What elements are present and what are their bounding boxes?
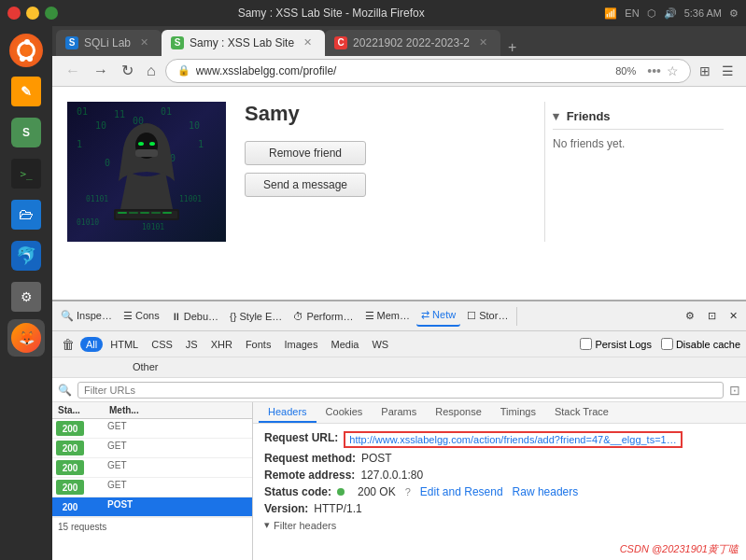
filter-tab-html[interactable]: HTML [105,337,144,352]
devtools-btn-debugger[interactable]: ⏸ Debu… [166,307,223,326]
svg-point-3 [149,142,155,146]
profile-page: 01 10 11 00 01 10 1 0 1 0 [52,87,746,300]
devtools-btn-storage[interactable]: ☐ Stor… [462,306,513,326]
filter-tab-ws[interactable]: WS [366,337,394,352]
tab-csdn[interactable]: C 20221902 2022-2023-2 ✕ [325,30,500,56]
status-code-value: 200 OK ? Edit and Resend Raw headers [337,485,578,498]
raw-headers-button[interactable]: Raw headers [513,485,579,498]
watermark-area: CSDN @20231901黄丁嗑 [253,539,746,560]
clock: 5:36 AM [684,7,722,19]
profile-name: Samy [245,102,526,126]
table-row-selected[interactable]: 200 POST [52,497,252,517]
filter-tab-other[interactable]: Other [127,359,164,374]
detail-tab-params[interactable]: Params [372,402,426,423]
detail-tab-stack-trace[interactable]: Stack Trace [545,402,618,423]
filter-options-icon[interactable]: ⊡ [729,383,740,398]
detail-tab-timings[interactable]: Timings [491,402,545,423]
keyboard-icon: EN [625,7,639,19]
back-button[interactable]: ← [60,59,86,83]
sidebar-toggle[interactable]: ☰ [717,60,739,82]
svg-rect-8 [129,212,138,214]
detail-tabs: Headers Cookies Params Response Timings … [253,402,746,424]
filter-tab-css[interactable]: CSS [146,337,178,352]
sidebar-icon-ubuntu[interactable] [7,32,45,69]
send-message-button[interactable]: Send a message [245,173,366,197]
devtools-dock-btn[interactable]: ⊡ [703,306,721,326]
detail-tab-response[interactable]: Response [426,402,491,423]
reload-button[interactable]: ↻ [116,58,139,83]
table-row[interactable]: 200 GET [52,419,252,439]
sidebar-icon-firefox[interactable]: 🦊 [7,319,45,357]
devtools-panel: 🔍 Inspe… ☰ Cons ⏸ Debu… {} Style E… ⏱ Pe… [52,300,746,560]
filter-tab-fonts[interactable]: Fonts [240,337,277,352]
forward-button[interactable]: → [88,59,114,83]
help-icon[interactable]: ? [405,486,411,497]
tab-sqli-close[interactable]: ✕ [136,35,152,50]
more-icon: ••• [647,63,661,78]
bookmark-icon[interactable]: ☆ [667,63,679,78]
filter-tab-images[interactable]: Images [278,337,323,352]
power-icon: ⚙ [729,7,739,20]
persist-logs-label[interactable]: Persist Logs [580,338,652,350]
tab-sqli-favicon: S [65,36,78,49]
sidebar-icon-settings[interactable]: ⚙ [7,278,45,315]
requests-list: Sta... Meth... 200 GET 200 GET 200 [52,402,253,560]
method-text: GET [107,421,248,436]
devtools-close-btn[interactable]: ✕ [725,306,742,326]
devtools-btn-console[interactable]: ☰ Cons [119,306,164,326]
request-url-value: http://www.xsslabelgg.com/action/friends… [344,431,682,448]
table-row[interactable]: 200 GET [52,458,252,478]
devtools-btn-style[interactable]: {} Style E… [225,307,287,326]
method-col-header: Meth... [109,405,246,415]
detail-tab-headers[interactable]: Headers [259,402,317,423]
filter-tab-js[interactable]: JS [180,337,204,352]
filter-headers-arrow-icon: ▾ [264,519,270,531]
devtools-btn-network[interactable]: ⇄ Netw [416,305,460,327]
filter-tab-xhr[interactable]: XHR [205,337,238,352]
remove-friend-button[interactable]: Remove friend [245,141,366,165]
persist-logs-checkbox[interactable] [580,338,592,350]
filter-url-bar: 🔍 ⊡ [52,378,746,402]
filter-tab-media[interactable]: Media [325,337,364,352]
friends-panel: ▾ Friends No friends yet. [544,102,731,242]
table-row[interactable]: 200 GET [52,439,252,458]
sidebar-icon-terminal[interactable]: >_ [7,155,45,192]
filter-headers-row[interactable]: ▾ Filter headers [264,519,735,531]
disable-cache-label[interactable]: Disable cache [661,338,740,350]
sidebar: ✎ S >_ 🗁 🐬 ⚙ 🦊 [0,26,52,560]
disable-cache-checkbox[interactable] [661,338,673,350]
tab-samy-close[interactable]: ✕ [300,35,316,50]
new-tab-button[interactable]: + [500,39,524,56]
filter-url-input[interactable] [77,382,724,399]
remote-address-value: 127.0.0.1:80 [360,469,423,482]
other-filter-row: Other [52,357,746,378]
edit-resend-button[interactable]: Edit and Resend [420,485,503,498]
network-filter-toolbar: 🗑 All HTML CSS JS XHR Fonts Images Media… [52,331,746,357]
address-bar[interactable]: 🔒 www.xsslabelgg.com/profile/ 80% ••• ☆ [165,59,691,83]
tab-csdn-close[interactable]: ✕ [475,35,491,50]
lock-icon: 🔒 [177,64,190,77]
zoom-control[interactable]: 80% [610,63,641,78]
filter-tab-all[interactable]: All [80,337,103,352]
devtools-settings-btn[interactable]: ⚙ [681,306,699,326]
clear-network-button[interactable]: 🗑 [58,337,78,352]
collections-icon[interactable]: ⊞ [695,60,715,82]
request-method-row: Request method: POST [264,452,735,465]
page-area: 01 10 11 00 01 10 1 0 1 0 [52,87,746,300]
tab-sqli[interactable]: S SQLi Lab ✕ [56,30,162,56]
table-row[interactable]: 200 GET [52,478,252,497]
devtools-btn-memory[interactable]: ☰ Mem… [360,306,415,326]
sidebar-icon-files[interactable]: 🗁 [7,196,45,233]
friends-header: ▾ Friends [553,109,724,130]
sidebar-icon-notepad[interactable]: ✎ [7,73,45,110]
devtools-btn-performance[interactable]: ⏱ Perform… [289,307,358,326]
home-button[interactable]: ⌂ [141,59,162,83]
detail-tab-cookies[interactable]: Cookies [317,402,373,423]
status-dot-icon [337,488,345,496]
devtools-btn-inspect[interactable]: 🔍 Inspe… [56,306,117,326]
sidebar-icon-sublime[interactable]: S [7,114,45,151]
svg-rect-11 [162,212,172,214]
sidebar-icon-wireshark[interactable]: 🐬 [7,237,45,274]
tab-samy[interactable]: S Samy : XSS Lab Site ✕ [162,30,325,56]
profile-info: Samy Remove friend Send a message [245,102,526,242]
